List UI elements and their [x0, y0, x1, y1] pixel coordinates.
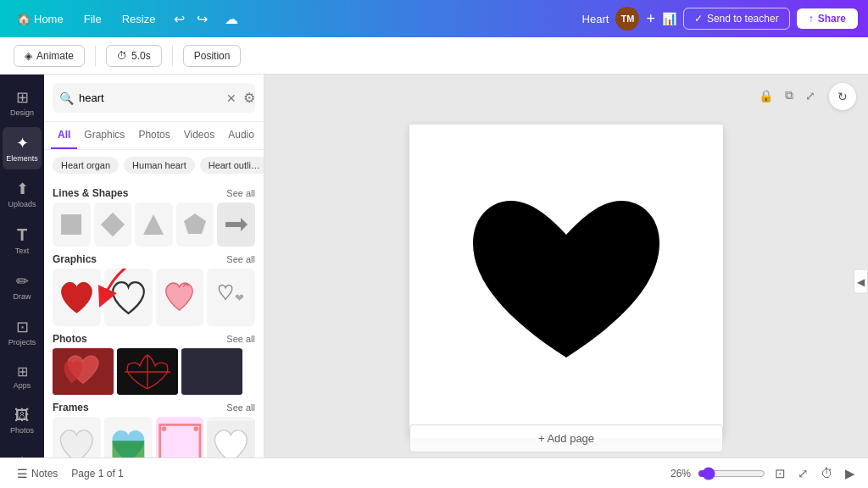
- chip-heart-organ[interactable]: Heart organ: [53, 157, 119, 174]
- uploads-label: Uploads: [8, 200, 36, 208]
- photos-icon: 🖼: [14, 407, 30, 424]
- lock-button[interactable]: 🔒: [755, 85, 776, 106]
- photos-grid: [53, 348, 255, 395]
- animate-button[interactable]: ◈ Animate: [14, 45, 85, 67]
- checkmark-icon: ✓: [694, 13, 703, 25]
- graphic-item-pink-heart[interactable]: [156, 269, 204, 326]
- file-button[interactable]: File: [77, 9, 108, 29]
- lines-shapes-see-all[interactable]: See all: [226, 188, 255, 198]
- present-button[interactable]: ▶: [843, 463, 858, 484]
- collapse-panel-button[interactable]: ◀: [854, 269, 868, 294]
- shape-item-rhombus[interactable]: [94, 202, 132, 247]
- search-clear-button[interactable]: ✕: [226, 92, 236, 105]
- redo-button[interactable]: ↪: [192, 8, 213, 30]
- tab-photos[interactable]: Photos: [131, 122, 176, 149]
- sidebar-item-design[interactable]: ⊞ Design: [3, 81, 42, 124]
- svg-marker-2: [143, 214, 164, 235]
- photos-header: Photos See all: [53, 326, 255, 348]
- design-icon: ⊞: [16, 88, 29, 107]
- expand-button[interactable]: ⤢: [802, 85, 819, 106]
- main-content: ⊞ Design ✦ Elements ⬆ Uploads T Text ✏ D…: [0, 75, 868, 488]
- heart-element[interactable]: [456, 180, 676, 383]
- photos-title: Photos: [53, 333, 87, 345]
- shape-item-square[interactable]: [53, 202, 91, 247]
- top-nav-right: TM + 📊 ✓ Send to teacher ↑ Share: [615, 7, 858, 30]
- sidebar-item-photos[interactable]: 🖼 Photos: [3, 400, 42, 441]
- sidebar-item-uploads[interactable]: ⬆ Uploads: [3, 173, 42, 215]
- timer-button[interactable]: ⏱: [818, 463, 836, 483]
- sidebar-item-apps[interactable]: ⊞ Apps: [3, 357, 42, 396]
- search-panel: 🔍 ✕ ⚙ All Graphics Photos Videos Audio ›…: [44, 75, 264, 488]
- doc-title: Heart: [582, 13, 609, 25]
- photos-see-all[interactable]: See all: [226, 334, 255, 344]
- share-button[interactable]: ↑ Share: [797, 8, 858, 29]
- graphic-item-red-heart[interactable]: [53, 269, 101, 326]
- shape-item-triangle[interactable]: [135, 202, 173, 247]
- photo-item-3[interactable]: [181, 348, 242, 395]
- tab-graphics[interactable]: Graphics: [77, 122, 131, 149]
- position-button[interactable]: Position: [183, 45, 242, 67]
- animate-icon: ◈: [25, 50, 32, 62]
- analytics-button[interactable]: 📊: [662, 12, 676, 25]
- svg-point-17: [193, 426, 198, 431]
- search-box: 🔍 ✕ ⚙: [53, 83, 255, 113]
- graphic-item-outline-heart[interactable]: [104, 269, 153, 326]
- duration-button[interactable]: ⏱ 5.0s: [106, 45, 162, 67]
- add-page-button[interactable]: + Add page: [409, 424, 723, 452]
- shape-item-pentagon[interactable]: [176, 202, 214, 247]
- fullscreen-button[interactable]: ⤢: [795, 463, 811, 484]
- svg-text:❤: ❤: [235, 291, 244, 304]
- svg-marker-3: [184, 214, 206, 234]
- resize-button[interactable]: Resize: [115, 9, 163, 29]
- cloud-save-button[interactable]: ☁: [220, 8, 243, 30]
- svg-rect-0: [61, 214, 81, 235]
- animate-label: Animate: [36, 50, 74, 62]
- chip-heart-outline[interactable]: Heart outli…: [200, 157, 264, 174]
- projects-label: Projects: [8, 338, 36, 347]
- frames-header: Frames See all: [53, 395, 255, 417]
- frames-see-all[interactable]: See all: [226, 402, 255, 413]
- search-box-wrapper: 🔍 ✕ ⚙: [44, 75, 264, 122]
- top-nav: 🏠 Home File Resize ↩ ↪ ☁ Heart TM + 📊 ✓ …: [0, 0, 868, 37]
- notes-button[interactable]: ☰ Notes: [10, 463, 64, 484]
- send-to-teacher-button[interactable]: ✓ Send to teacher: [683, 8, 790, 30]
- avatar[interactable]: TM: [615, 7, 639, 30]
- toolbar: ◈ Animate ⏱ 5.0s Position: [0, 37, 868, 75]
- undo-redo-group: ↩ ↪: [169, 8, 213, 30]
- photo-item-2[interactable]: [117, 348, 178, 395]
- graphics-see-all[interactable]: See all: [226, 254, 255, 264]
- home-button[interactable]: 🏠 Home: [10, 9, 70, 29]
- canvas-area: 🔒 ⧉ ⤢ ↻ + Add page ◀: [264, 75, 868, 488]
- graphics-grid: ❤: [53, 269, 255, 326]
- sidebar-item-draw[interactable]: ✏ Draw: [3, 265, 42, 308]
- refresh-button[interactable]: ↻: [829, 83, 856, 110]
- zoom-slider[interactable]: [698, 467, 765, 480]
- duplicate-button[interactable]: ⧉: [782, 85, 797, 106]
- undo-button[interactable]: ↩: [169, 8, 190, 30]
- search-input[interactable]: [79, 92, 221, 104]
- graphics-header: Graphics See all: [53, 247, 255, 269]
- duration-label: 5.0s: [131, 50, 151, 62]
- fit-page-button[interactable]: ⊡: [772, 463, 788, 484]
- send-teacher-label: Send to teacher: [707, 13, 779, 25]
- text-icon: T: [17, 225, 27, 245]
- canvas-page[interactable]: [409, 125, 723, 438]
- zoom-level: 26%: [664, 468, 691, 480]
- graphic-item-small-hearts[interactable]: ❤: [207, 269, 255, 326]
- tab-all[interactable]: All: [51, 122, 77, 149]
- chip-human-heart[interactable]: Human heart: [124, 157, 195, 174]
- apps-label: Apps: [14, 381, 31, 390]
- sidebar-item-elements[interactable]: ✦ Elements: [3, 127, 42, 169]
- tab-audio[interactable]: Audio: [221, 122, 261, 149]
- sidebar-item-projects[interactable]: ⊡ Projects: [3, 311, 42, 353]
- search-filter-button[interactable]: ⚙: [242, 88, 257, 108]
- shape-item-arrow[interactable]: [217, 202, 255, 247]
- zoom-slider-wrap: [698, 467, 765, 480]
- svg-point-16: [161, 426, 166, 431]
- tab-videos[interactable]: Videos: [177, 122, 221, 149]
- add-collaborator-button[interactable]: +: [646, 10, 655, 28]
- bottom-bar: ☰ Notes Page 1 of 1 26% ⊡ ⤢ ⏱ ▶: [0, 458, 868, 488]
- sidebar-item-text[interactable]: T Text: [3, 219, 42, 262]
- elements-label: Elements: [6, 154, 38, 163]
- photo-item-1[interactable]: [53, 348, 114, 395]
